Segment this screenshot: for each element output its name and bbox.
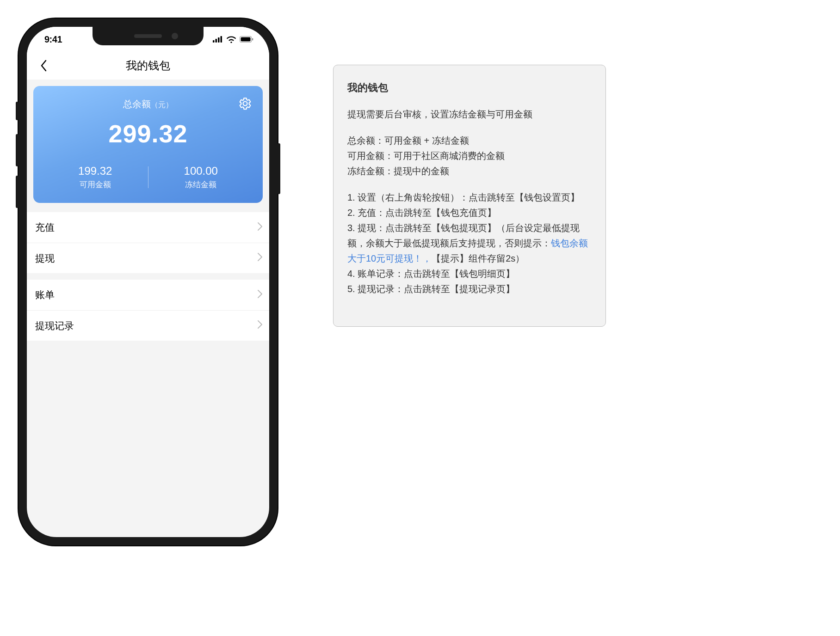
device-side-button	[278, 143, 280, 194]
spec-step: 5. 提现记录：点击跳转至【提现记录页】	[347, 281, 592, 297]
total-balance-label: 总余额（元）	[123, 98, 173, 110]
status-icons	[213, 36, 253, 43]
spec-step-text: 3. 提现：点击跳转至【钱包提现页】（后台设定最低提现额，余额大于最低提现额后支…	[347, 223, 580, 248]
device-side-button	[16, 102, 19, 120]
spec-step: 3. 提现：点击跳转至【钱包提现页】（后台设定最低提现额，余额大于最低提现额后支…	[347, 220, 592, 266]
content-area: 总余额（元） 299.32 199.32 可用金额 100.00 冻结金	[27, 80, 269, 347]
spec-definition: 可用金额：可用于社区商城消费的金额	[347, 148, 592, 164]
wifi-icon	[226, 36, 236, 43]
device-side-button	[16, 176, 19, 208]
svg-rect-0	[213, 40, 215, 43]
notch	[93, 27, 204, 45]
menu-item-label: 提现	[35, 252, 55, 265]
balance-card: 总余额（元） 299.32 199.32 可用金额 100.00 冻结金	[33, 86, 263, 203]
chevron-right-icon	[257, 289, 263, 301]
page-title: 我的钱包	[27, 58, 269, 73]
svg-rect-2	[218, 37, 220, 43]
total-balance-label-text: 总余额	[123, 99, 151, 109]
menu-group-actions: 充值 提现	[27, 212, 269, 273]
available-balance: 199.32 可用金额	[43, 165, 148, 190]
spec-definition: 总余额：可用金额 + 冻结金额	[347, 133, 592, 148]
spec-step: 2. 充值：点击跳转至【钱包充值页】	[347, 205, 592, 220]
signal-icon	[213, 36, 223, 43]
menu-item-bills[interactable]: 账单	[27, 280, 269, 310]
chevron-right-icon	[257, 320, 263, 331]
speaker-slot	[134, 34, 162, 38]
frozen-balance: 100.00 冻结金额	[148, 165, 254, 190]
front-camera	[172, 33, 178, 39]
device-side-button	[16, 134, 19, 166]
phone-screen: 9:41 我的钱包	[27, 27, 269, 537]
menu-item-label: 提现记录	[35, 319, 74, 332]
battery-icon	[240, 36, 253, 43]
menu-group-records: 账单 提现记录	[27, 280, 269, 341]
total-balance-currency: （元）	[151, 101, 173, 109]
menu-item-label: 充值	[35, 221, 55, 234]
menu-item-recharge[interactable]: 充值	[27, 212, 269, 243]
gear-icon	[239, 97, 252, 110]
chevron-right-icon	[257, 252, 263, 264]
frozen-balance-label: 冻结金额	[148, 179, 254, 190]
chevron-right-icon	[257, 222, 263, 233]
available-balance-label: 可用金额	[43, 179, 148, 190]
menu-item-label: 账单	[35, 288, 55, 301]
available-balance-value: 199.32	[43, 165, 148, 177]
total-balance-amount: 299.32	[43, 119, 253, 148]
spec-step-text: 【提示】组件存留2s）	[432, 253, 525, 263]
spec-step: 4. 账单记录：点击跳转至【钱包明细页】	[347, 266, 592, 281]
spec-panel: 我的钱包 提现需要后台审核，设置冻结金额与可用金额 总余额：可用金额 + 冻结金…	[333, 65, 606, 327]
frozen-balance-value: 100.00	[148, 165, 254, 177]
spec-definition: 冻结金额：提现中的金额	[347, 164, 592, 179]
status-time: 9:41	[44, 34, 62, 45]
spec-intro: 提现需要后台审核，设置冻结金额与可用金额	[347, 107, 592, 122]
navigation-bar: 我的钱包	[27, 52, 269, 80]
phone-device-frame: 9:41 我的钱包	[19, 18, 278, 545]
spec-title: 我的钱包	[347, 81, 592, 95]
svg-rect-6	[252, 38, 253, 41]
back-button[interactable]	[34, 56, 53, 75]
menu-item-withdraw-records[interactable]: 提现记录	[27, 310, 269, 341]
svg-rect-1	[216, 39, 217, 43]
svg-rect-5	[241, 37, 251, 42]
menu-item-withdraw[interactable]: 提现	[27, 243, 269, 273]
svg-rect-3	[221, 36, 222, 43]
spec-step: 1. 设置（右上角齿轮按钮）：点击跳转至【钱包设置页】	[347, 190, 592, 205]
chevron-left-icon	[40, 60, 47, 72]
wallet-settings-button[interactable]	[239, 97, 252, 112]
